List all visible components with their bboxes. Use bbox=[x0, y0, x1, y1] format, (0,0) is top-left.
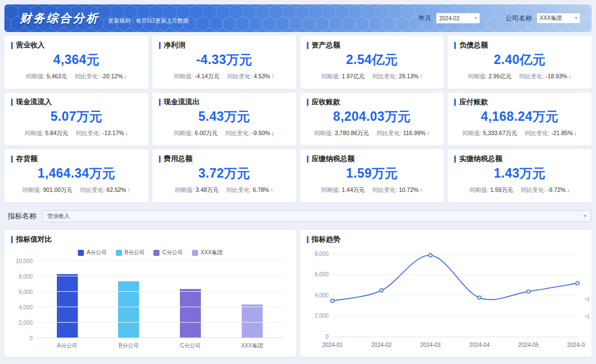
yoy-label: 同比变化: bbox=[372, 73, 397, 79]
legend-item[interactable]: XXX集团 bbox=[192, 249, 223, 256]
kpi-title-row: 费用总额 bbox=[159, 155, 290, 163]
yoy-value: 10.72% bbox=[399, 186, 419, 193]
kpi-value: 1.43万元 bbox=[454, 165, 585, 182]
legend-item[interactable]: C分公司 bbox=[153, 249, 183, 256]
indicator-select[interactable]: 营业收入 ▾ bbox=[42, 210, 592, 222]
title-accent-bar bbox=[454, 156, 456, 163]
yoy-label: 同比变化: bbox=[521, 186, 546, 193]
trend-arrow-icon: ↑ bbox=[419, 186, 423, 193]
line-y-tick-label: 6,000 bbox=[315, 272, 329, 278]
prev-period-label: 同期值: bbox=[26, 73, 45, 79]
chevron-down-icon: ▾ bbox=[575, 16, 577, 20]
trend-arrow-icon: ↑ bbox=[427, 130, 430, 136]
kpi-card: 负债总额 2.40亿元 同期值:2.95亿元同比变化:-18.93%↓ bbox=[448, 36, 592, 89]
bar-panel-title: 指标值对比 bbox=[11, 235, 290, 243]
kpi-card: 应收账款 8,204.03万元 同期值:3,780.86万元同比变化:116.9… bbox=[300, 93, 444, 146]
prev-period-label: 同期值: bbox=[321, 186, 340, 193]
kpi-title-row: 应缴纳税总额 bbox=[307, 155, 438, 163]
page-title: 财务综合分析 bbox=[20, 10, 99, 26]
bar-y-tick-label: 6,000 bbox=[19, 289, 33, 295]
kpi-value: 1.59万元 bbox=[307, 165, 438, 182]
title-accent-bar bbox=[11, 42, 13, 49]
prev-period-value: 5.84万元 bbox=[45, 130, 68, 136]
kpi-meta: 同期值:3.48万元同比变化:6.78%↑ bbox=[159, 186, 290, 194]
company-select[interactable]: XXX集团 ▾ bbox=[536, 13, 581, 24]
kpi-card: 费用总额 3.72万元 同期值:3.48万元同比变化:6.78%↑ bbox=[152, 149, 296, 202]
trend-nav: <| <| bbox=[585, 296, 589, 319]
title-accent-bar bbox=[307, 156, 308, 163]
prev-period-label: 同期值: bbox=[174, 73, 193, 79]
legend-label: A分公司 bbox=[87, 249, 107, 256]
kpi-title-row: 现金流流入 bbox=[11, 98, 142, 106]
bar-y-tick-label: 10,000 bbox=[15, 258, 33, 264]
yoy-value: 62.52% bbox=[107, 186, 126, 193]
prev-period-value: 5,333.67万元 bbox=[483, 130, 517, 136]
kpi-title-row: 负债总额 bbox=[454, 41, 585, 49]
yoy-value: -9.50% bbox=[252, 130, 270, 136]
legend-label: C分公司 bbox=[162, 249, 183, 256]
trend-nav-collapse-icon[interactable]: <| bbox=[585, 296, 589, 302]
yoy-label: 同比变化: bbox=[226, 186, 251, 193]
yoy-value: 29.13% bbox=[399, 73, 419, 79]
bar-y-tick-label: 4,000 bbox=[19, 304, 33, 311]
line-x-tick-label: 2024-04 bbox=[469, 342, 489, 348]
legend-item[interactable]: A分公司 bbox=[78, 249, 107, 256]
kpi-value: 5.43万元 bbox=[159, 108, 290, 125]
kpi-title-row: 现金流流出 bbox=[159, 98, 290, 106]
trend-arrow-icon: ↓ bbox=[574, 130, 577, 136]
bar-y-tick-label: 2,000 bbox=[19, 320, 33, 326]
yoy-value: -18.93% bbox=[546, 73, 567, 79]
kpi-title: 营业收入 bbox=[16, 41, 45, 49]
header: 财务综合分析 更新规则：每月5日更新上月数据 年月 2024-02 ▾ 公司名称… bbox=[4, 4, 592, 32]
prev-period-value: 901.00万元 bbox=[43, 186, 72, 193]
kpi-title: 应收账款 bbox=[312, 98, 340, 106]
yoy-value: 4.53% bbox=[254, 73, 270, 79]
kpi-value: 4,364元 bbox=[11, 51, 142, 68]
bar bbox=[242, 304, 263, 339]
company-label: 公司名称 bbox=[505, 14, 532, 23]
kpi-value: 4,168.24万元 bbox=[454, 108, 585, 125]
kpi-card: 资产总额 2.54亿元 同期值:1.97亿元同比变化:29.13%↑ bbox=[300, 36, 444, 89]
legend-item[interactable]: B分公司 bbox=[116, 249, 145, 256]
month-select[interactable]: 2024-02 ▾ bbox=[436, 13, 480, 24]
bar bbox=[180, 289, 201, 339]
prev-period-value: 3.48万元 bbox=[196, 186, 219, 193]
kpi-meta: 同期值:1.44万元同比变化:10.72%↑ bbox=[307, 186, 438, 194]
gridline bbox=[36, 338, 283, 338]
title-accent-bar bbox=[159, 156, 161, 163]
prev-period-value: 5,463元 bbox=[46, 73, 67, 79]
kpi-title: 应缴纳税总额 bbox=[312, 155, 355, 163]
prev-period-label: 同期值: bbox=[462, 130, 481, 136]
title-accent-bar bbox=[454, 42, 456, 49]
gridline bbox=[36, 322, 283, 323]
yoy-value: -21.85% bbox=[551, 130, 573, 136]
prev-period-value: 1.44万元 bbox=[342, 186, 364, 193]
line-y-tick-label: 0 bbox=[325, 334, 328, 340]
kpi-card: 应缴纳税总额 1.59万元 同期值:1.44万元同比变化:10.72%↑ bbox=[300, 149, 444, 202]
kpi-meta: 同期值:1.59万元同比变化:-9.72%↓ bbox=[454, 186, 585, 194]
title-accent-bar bbox=[454, 99, 456, 106]
trend-arrow-icon: ↓ bbox=[125, 130, 129, 136]
bar-chart-legend: A分公司B分公司C分公司XXX集团 bbox=[11, 249, 290, 256]
legend-swatch-icon bbox=[116, 250, 122, 256]
legend-swatch-icon bbox=[78, 250, 84, 256]
kpi-meta: 同期值:1.97亿元同比变化:29.13%↑ bbox=[307, 73, 438, 81]
prev-period-label: 同期值: bbox=[314, 130, 333, 136]
gridline bbox=[36, 276, 283, 276]
trend-nav-collapse-icon[interactable]: <| bbox=[585, 313, 589, 319]
line-y-tick-label: 4,000 bbox=[315, 292, 329, 298]
data-point bbox=[331, 299, 334, 303]
bar-chart: 02,0004,0006,0008,00010,000 A分公司B分公司C分公司… bbox=[36, 261, 283, 350]
prev-period-value: 1.59万元 bbox=[490, 186, 513, 193]
line-x-tick-label: 2024-05 bbox=[518, 342, 539, 348]
kpi-card: 存货额 1,464.34万元 同期值:901.00万元同比变化:62.52%↑ bbox=[4, 149, 148, 202]
bar-chart-panel: 指标值对比 A分公司B分公司C分公司XXX集团 02,0004,0006,000… bbox=[4, 230, 296, 357]
yoy-label: 同比变化: bbox=[227, 73, 252, 79]
line-chart-panel: 指标趋势 02,0004,0006,0008,0002024-012024-02… bbox=[300, 230, 592, 357]
prev-period-value: 6.00万元 bbox=[195, 130, 217, 136]
prev-period-label: 同期值: bbox=[174, 130, 193, 136]
trend-arrow-icon: ↓ bbox=[568, 73, 572, 79]
bar-x-tick-label: C分公司 bbox=[159, 342, 221, 350]
kpi-card: 应付账款 4,168.24万元 同期值:5,333.67万元同比变化:-21.8… bbox=[448, 93, 592, 146]
chevron-down-icon: ▾ bbox=[584, 214, 586, 218]
